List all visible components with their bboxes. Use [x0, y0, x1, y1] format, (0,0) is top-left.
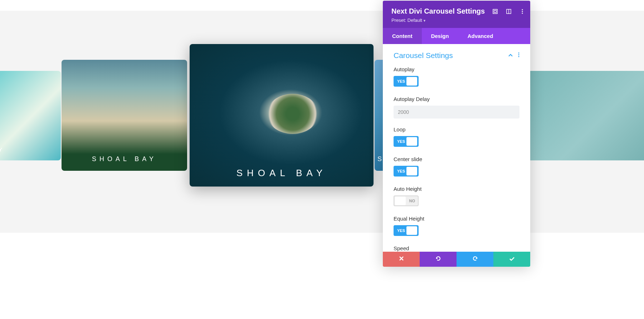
- toggle-text: YES: [397, 169, 405, 173]
- center-slide-toggle[interactable]: YES: [394, 166, 419, 177]
- undo-button[interactable]: [420, 252, 457, 267]
- kebab-menu-icon[interactable]: [518, 52, 519, 59]
- setting-label: Autoplay Delay: [394, 96, 519, 102]
- autoplay-toggle[interactable]: YES: [394, 76, 419, 87]
- toggle-text: YES: [397, 79, 405, 83]
- carousel-slide[interactable]: [528, 71, 644, 160]
- svg-rect-1: [494, 10, 496, 13]
- header-icons: [492, 9, 525, 14]
- toggle-knob: [395, 197, 406, 205]
- equal-height-toggle[interactable]: YES: [394, 225, 419, 236]
- close-icon: [399, 256, 404, 262]
- setting-autoplay: Autoplay YES: [394, 66, 519, 88]
- setting-autoplay-delay: Autoplay Delay: [394, 96, 519, 119]
- check-icon: [509, 256, 515, 262]
- setting-center-slide: Center slide YES: [394, 156, 519, 178]
- snap-icon[interactable]: [506, 9, 512, 14]
- setting-label: Auto Height: [394, 186, 519, 192]
- setting-label: Center slide: [394, 156, 519, 162]
- svg-point-6: [522, 13, 523, 14]
- setting-label: Equal Height: [394, 216, 519, 222]
- preset-text: Preset: Default: [391, 18, 422, 23]
- redo-icon: [472, 256, 478, 263]
- setting-loop: Loop YES: [394, 126, 519, 148]
- redo-button[interactable]: [457, 252, 493, 267]
- slide-label: SHOAL BAY: [236, 168, 327, 179]
- tab-advanced[interactable]: Advanced: [458, 28, 503, 44]
- toggle-knob: [406, 77, 417, 86]
- svg-point-5: [522, 11, 523, 12]
- svg-point-8: [518, 54, 519, 55]
- loop-toggle[interactable]: YES: [394, 136, 419, 147]
- setting-label: Speed: [394, 245, 519, 251]
- setting-label: Autoplay: [394, 66, 519, 72]
- undo-icon: [435, 256, 441, 263]
- preset-selector[interactable]: Preset: Default▼: [391, 18, 523, 23]
- svg-point-9: [518, 56, 519, 57]
- svg-point-7: [518, 52, 519, 53]
- slide-label: SHOAL BAY: [92, 155, 157, 163]
- carousel-container: OAL BAY SHOAL BAY SHOAL BAY SH: [0, 0, 644, 233]
- toggle-text: NO: [409, 199, 415, 203]
- tab-content[interactable]: Content: [383, 28, 422, 44]
- slide-label: OAL BAY: [0, 146, 5, 153]
- caret-down-icon: ▼: [423, 19, 426, 23]
- save-button[interactable]: [493, 252, 530, 267]
- cancel-button[interactable]: [383, 252, 420, 267]
- section-actions: [508, 52, 519, 59]
- carousel-slide-active[interactable]: SHOAL BAY: [190, 44, 374, 187]
- expand-icon[interactable]: [492, 9, 498, 14]
- toggle-knob: [406, 137, 417, 146]
- settings-panel: Next Divi Carousel Settings Preset: Defa…: [383, 1, 530, 267]
- section-header[interactable]: Carousel Settings: [394, 51, 519, 60]
- setting-equal-height: Equal Height YES: [394, 216, 519, 237]
- toggle-knob: [406, 167, 417, 175]
- auto-height-toggle[interactable]: NO: [394, 195, 419, 206]
- panel-footer: [383, 252, 530, 267]
- setting-auto-height: Auto Height NO: [394, 186, 519, 208]
- canvas-area: OAL BAY SHOAL BAY SHOAL BAY SH Next Divi…: [0, 0, 644, 319]
- svg-point-4: [522, 9, 523, 10]
- tabs: Content Design Advanced: [383, 28, 530, 44]
- toggle-text: YES: [397, 228, 405, 233]
- tab-design[interactable]: Design: [422, 28, 458, 44]
- section-title: Carousel Settings: [394, 51, 453, 60]
- carousel-slide[interactable]: SHOAL BAY: [62, 60, 187, 171]
- toggle-knob: [406, 226, 417, 235]
- panel-header[interactable]: Next Divi Carousel Settings Preset: Defa…: [383, 1, 530, 28]
- autoplay-delay-input[interactable]: [394, 106, 519, 119]
- panel-body: Carousel Settings Autoplay YES: [383, 44, 530, 252]
- svg-rect-0: [493, 9, 497, 14]
- carousel-slide[interactable]: OAL BAY: [0, 71, 61, 160]
- toggle-text: YES: [397, 139, 405, 144]
- kebab-menu-icon[interactable]: [519, 9, 525, 14]
- setting-label: Loop: [394, 126, 519, 132]
- setting-speed: Speed: [394, 245, 519, 251]
- chevron-up-icon[interactable]: [508, 52, 513, 59]
